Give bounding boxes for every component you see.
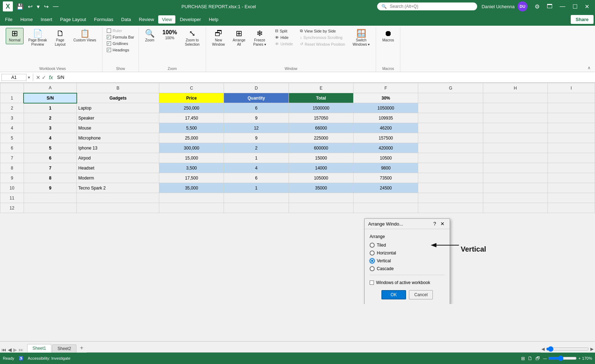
zoom-slider[interactable] xyxy=(548,355,577,361)
table-cell[interactable] xyxy=(548,163,595,173)
table-cell[interactable]: Quantity xyxy=(224,93,289,103)
table-cell[interactable]: Total xyxy=(289,93,353,103)
table-cell[interactable]: Microphone xyxy=(77,133,159,143)
table-cell[interactable]: 3,500 xyxy=(159,163,224,173)
table-cell[interactable] xyxy=(483,143,548,153)
ruler-checkbox-row[interactable]: Ruler xyxy=(105,28,136,34)
table-cell[interactable] xyxy=(354,203,418,213)
table-cell[interactable] xyxy=(483,153,548,163)
table-cell[interactable]: 15,000 xyxy=(159,153,224,163)
zoom-selection-btn[interactable]: ⤡ Zoom toSelection xyxy=(182,28,203,49)
zoom-btn[interactable]: 🔍 Zoom xyxy=(142,28,158,44)
menu-help[interactable]: Help xyxy=(205,15,222,24)
table-cell[interactable] xyxy=(418,113,483,123)
table-cell[interactable]: 10500 xyxy=(354,153,418,163)
hide-btn[interactable]: 👁 Hide xyxy=(274,35,294,40)
menu-review[interactable]: Review xyxy=(135,15,158,24)
maximize-btn[interactable]: ☐ xyxy=(570,2,580,11)
table-cell[interactable] xyxy=(548,133,595,143)
table-cell[interactable]: 17,500 xyxy=(159,173,224,183)
table-cell[interactable] xyxy=(548,143,595,153)
table-cell[interactable] xyxy=(77,193,159,203)
zoom-out-btn[interactable]: — xyxy=(543,356,547,360)
table-cell[interactable]: 2 xyxy=(224,143,289,153)
dialog-close-btn[interactable]: ✕ xyxy=(439,221,446,227)
table-cell[interactable] xyxy=(483,123,548,133)
formula-input[interactable] xyxy=(56,74,594,81)
table-cell[interactable] xyxy=(418,133,483,143)
table-cell[interactable]: 2 xyxy=(24,113,76,123)
table-cell[interactable]: 1 xyxy=(24,103,76,113)
undo-dropdown[interactable]: ▾ xyxy=(35,2,41,11)
table-cell[interactable]: 157050 xyxy=(289,113,353,123)
formula-expand-btn[interactable]: ▾ xyxy=(28,75,30,80)
table-cell[interactable] xyxy=(483,133,548,143)
page-break-status-btn[interactable]: 🗗 xyxy=(535,356,540,361)
table-cell[interactable] xyxy=(418,163,483,173)
minimize-btn[interactable]: — xyxy=(557,2,568,11)
active-workbook-row[interactable]: Windows of active workbook xyxy=(370,280,445,285)
search-input[interactable] xyxy=(390,4,473,9)
col-header-i[interactable]: I xyxy=(548,83,595,93)
active-workbook-checkbox[interactable] xyxy=(370,280,374,285)
table-cell[interactable] xyxy=(548,93,595,103)
sync-scroll-btn[interactable]: ↕ Synchronous Scrolling xyxy=(299,35,346,40)
menu-page-layout[interactable]: Page Layout xyxy=(56,15,90,24)
table-cell[interactable]: 4 xyxy=(24,133,76,143)
table-cell[interactable]: 9 xyxy=(224,133,289,143)
undo-button[interactable]: ↩ xyxy=(26,2,34,11)
tiled-option[interactable]: Tiled xyxy=(370,243,445,248)
zoom-in-btn[interactable]: + xyxy=(578,356,580,360)
table-cell[interactable] xyxy=(548,153,595,163)
page-layout-btn[interactable]: 🗋 PageLayout xyxy=(52,28,69,49)
unhide-btn[interactable]: 👁 Unhide xyxy=(274,41,294,47)
table-cell[interactable] xyxy=(418,103,483,113)
table-cell[interactable] xyxy=(24,203,76,213)
new-window-btn[interactable]: 🗗 NewWindow xyxy=(209,28,228,49)
menu-insert[interactable]: Insert xyxy=(37,15,56,24)
sheet-tab-sheet1[interactable]: Sheet1 xyxy=(27,344,51,353)
redo-button[interactable]: ↪ xyxy=(42,2,50,11)
table-cell[interactable] xyxy=(483,163,548,173)
search-bar[interactable]: 🔍 xyxy=(377,2,477,10)
table-cell[interactable]: Airpod xyxy=(77,153,159,163)
table-cell[interactable] xyxy=(548,203,595,213)
share-button[interactable]: Share xyxy=(571,15,594,24)
formula-bar-checkbox-row[interactable]: Formula Bar xyxy=(105,34,136,40)
vertical-radio[interactable] xyxy=(370,258,375,263)
table-cell[interactable]: 17,450 xyxy=(159,113,224,123)
table-cell[interactable]: 1050000 xyxy=(354,103,418,113)
table-cell[interactable] xyxy=(483,193,548,203)
sheet-next-btn[interactable]: ▶ xyxy=(13,347,17,353)
table-cell[interactable] xyxy=(418,183,483,193)
table-cell[interactable] xyxy=(418,193,483,203)
col-header-h[interactable]: H xyxy=(483,83,548,93)
close-btn[interactable]: ✕ xyxy=(582,2,592,11)
table-cell[interactable]: 250,000 xyxy=(159,103,224,113)
table-cell[interactable] xyxy=(483,183,548,193)
dialog-cancel-btn[interactable]: Cancel xyxy=(409,290,433,299)
table-cell[interactable]: 35000 xyxy=(289,183,353,193)
grid-scroll[interactable]: A B C D E F G H I 1S/NGadgetsPriceQuanti… xyxy=(0,83,595,304)
col-header-d[interactable]: D xyxy=(224,83,289,93)
gridlines-checkbox[interactable] xyxy=(107,41,111,46)
split-btn[interactable]: ⊟ Split xyxy=(274,28,294,34)
table-cell[interactable] xyxy=(289,193,353,203)
table-cell[interactable]: 9 xyxy=(24,183,76,193)
table-cell[interactable]: 24500 xyxy=(354,183,418,193)
cascade-radio[interactable] xyxy=(370,266,375,271)
table-cell[interactable]: Iphone 13 xyxy=(77,143,159,153)
vertical-option[interactable]: Vertical xyxy=(370,258,445,263)
table-cell[interactable]: 73500 xyxy=(354,173,418,183)
table-cell[interactable]: Tecno Spark 2 xyxy=(77,183,159,193)
col-header-f[interactable]: F xyxy=(354,83,418,93)
horizontal-scrollbar[interactable] xyxy=(546,346,589,352)
table-cell[interactable]: S/N xyxy=(24,93,76,103)
table-cell[interactable]: 6 xyxy=(24,153,76,163)
col-header-c[interactable]: C xyxy=(159,83,224,93)
table-cell[interactable] xyxy=(418,203,483,213)
headings-checkbox[interactable] xyxy=(107,48,111,52)
col-header-b[interactable]: B xyxy=(77,83,159,93)
table-cell[interactable]: 109935 xyxy=(354,113,418,123)
menu-view[interactable]: View xyxy=(158,15,175,24)
